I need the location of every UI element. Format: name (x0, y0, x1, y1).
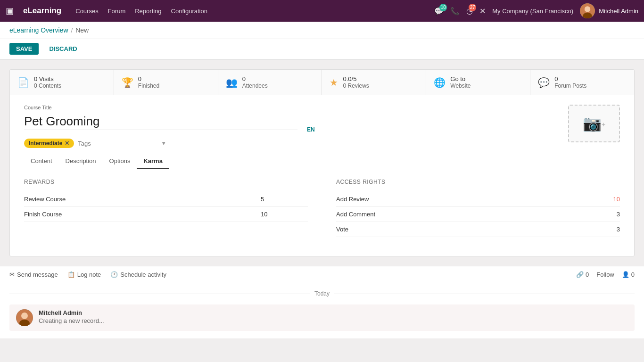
nav-configuration[interactable]: Configuration (171, 8, 207, 15)
add-review-field: Add Review 10 (336, 192, 620, 207)
brand-name[interactable]: eLearning (23, 6, 61, 16)
tags-dropdown-icon[interactable]: ▼ (161, 140, 166, 147)
tabs-bar: Content Description Options Karma (24, 154, 620, 169)
record-card: 📄 0 Visits 0 Contents 🏆 0 Finished 👥 0 A… (9, 69, 635, 256)
add-review-label: Add Review (336, 196, 369, 203)
messages-badge: 10 (439, 4, 447, 11)
nav-reporting[interactable]: Reporting (135, 8, 161, 15)
tags-input[interactable] (78, 140, 157, 147)
timeline: Today Mitchell Admin Creating a new reco… (0, 283, 644, 338)
form-area: Course Title EN Intermediate ✕ ▼ (10, 95, 634, 256)
tags-row: Intermediate ✕ ▼ (24, 139, 315, 148)
rewards-section: Rewards Review Course Finish Course (24, 179, 308, 237)
nav-courses[interactable]: Courses (75, 8, 98, 15)
review-course-field: Review Course (24, 192, 308, 207)
finish-course-input[interactable] (261, 211, 308, 218)
attendees-label: Attendees (242, 82, 268, 89)
save-button[interactable]: SAVE (9, 43, 39, 55)
followers-icon: 👤 (622, 271, 629, 278)
chatter-right: 🔗 0 Follow 👤 0 (576, 271, 635, 278)
send-message-button[interactable]: ✉ Send message (9, 271, 58, 278)
title-row: Course Title EN Intermediate ✕ ▼ (24, 105, 620, 154)
stat-forum[interactable]: 💬 0 Forum Posts (530, 70, 634, 95)
followers-count[interactable]: 👤 0 (622, 271, 635, 278)
course-title-input[interactable] (24, 113, 297, 130)
review-course-input[interactable] (261, 196, 308, 203)
course-title-label: Course Title (24, 105, 315, 110)
lang-badge[interactable]: EN (307, 126, 315, 133)
navbar-links: Courses Forum Reporting Configuration (75, 8, 425, 15)
star-icon: ★ (330, 77, 338, 88)
contents-value: 0 Contents (34, 82, 61, 89)
activity-badge: 27 (469, 4, 476, 11)
timeline-message: Creating a new record... (39, 317, 104, 324)
log-note-icon: 📋 (67, 271, 75, 278)
svg-point-1 (585, 6, 590, 12)
vote-label: Vote (336, 226, 348, 233)
stat-website[interactable]: 🌐 Go to Website (426, 70, 530, 95)
tag-remove-button[interactable]: ✕ (65, 140, 69, 147)
finished-count: 0 (138, 75, 159, 82)
intermediate-tag: Intermediate ✕ (24, 139, 74, 148)
stats-bar: 📄 0 Visits 0 Contents 🏆 0 Finished 👥 0 A… (10, 70, 634, 95)
stat-visits[interactable]: 📄 0 Visits 0 Contents (10, 70, 114, 95)
tab-content[interactable]: Content (24, 154, 59, 169)
add-comment-label: Add Comment (336, 211, 375, 218)
camera-icon: 📷+ (583, 115, 605, 132)
access-heading: Access Rights (336, 179, 620, 185)
finish-course-field: Finish Course (24, 207, 308, 222)
activity-icon[interactable]: ◔ 27 (466, 7, 473, 16)
navbar: ▣ eLearning Courses Forum Reporting Conf… (0, 0, 644, 22)
breadcrumb-current: New (75, 26, 89, 34)
user-info[interactable]: Mitchell Admin (580, 3, 638, 18)
tab-description[interactable]: Description (59, 154, 103, 169)
add-comment-value: 3 (617, 211, 620, 218)
review-course-label: Review Course (24, 196, 66, 203)
company-name: My Company (San Francisco) (492, 8, 573, 15)
timeline-author: Mitchell Admin (39, 309, 82, 316)
forum-count: 0 (554, 75, 586, 82)
discard-button[interactable]: DISCARD (42, 43, 83, 55)
visits-value: 0 Visits (34, 75, 61, 82)
likes-count[interactable]: 🔗 0 (576, 271, 589, 278)
tab-karma[interactable]: Karma (137, 154, 169, 169)
trophy-icon: 🏆 (122, 77, 133, 88)
vote-value: 3 (617, 226, 620, 233)
visits-icon: 📄 (17, 77, 29, 88)
tag-label: Intermediate (29, 140, 62, 147)
attendees-count: 0 (242, 75, 268, 82)
timeline-today: Today (9, 290, 635, 297)
photo-upload[interactable]: 📷+ (568, 105, 620, 142)
reviews-sub: 0 Reviews (343, 82, 369, 89)
stat-reviews[interactable]: ★ 0.0/5 0 Reviews (322, 70, 426, 95)
breadcrumb: eLearning Overview / New (0, 22, 644, 39)
finished-label: Finished (138, 82, 159, 89)
svg-point-4 (21, 313, 28, 319)
settings-icon[interactable]: ✕ (479, 7, 486, 16)
go-website: Go to (450, 75, 471, 82)
clock-icon: 🕐 (110, 271, 118, 278)
send-message-icon: ✉ (9, 271, 15, 278)
title-section: Course Title EN Intermediate ✕ ▼ (24, 105, 315, 154)
schedule-activity-button[interactable]: 🕐 Schedule activity (110, 271, 166, 278)
main-area: 📄 0 Visits 0 Contents 🏆 0 Finished 👥 0 A… (0, 60, 644, 266)
breadcrumb-parent[interactable]: eLearning Overview (9, 26, 68, 34)
tab-options[interactable]: Options (103, 154, 137, 169)
stat-finished[interactable]: 🏆 0 Finished (114, 70, 218, 95)
timeline-avatar (16, 309, 33, 326)
attendees-icon: 👥 (226, 77, 238, 88)
rewards-heading: Rewards (24, 179, 308, 185)
follow-button[interactable]: Follow (596, 271, 614, 278)
like-icon: 🔗 (576, 271, 584, 278)
nav-forum[interactable]: Forum (108, 8, 126, 15)
navbar-right: 💬 10 📞 ◔ 27 ✕ My Company (San Francisco)… (434, 3, 638, 18)
stat-attendees[interactable]: 👥 0 Attendees (218, 70, 322, 95)
reviews-value: 0.0/5 (343, 75, 369, 82)
access-rights-section: Access Rights Add Review 10 Add Comment … (336, 179, 620, 237)
go-website-sub: Website (450, 82, 471, 89)
messages-icon[interactable]: 💬 10 (434, 7, 444, 16)
phone-icon[interactable]: 📞 (450, 7, 460, 16)
app-grid-icon[interactable]: ▣ (6, 6, 14, 16)
log-note-button[interactable]: 📋 Log note (67, 271, 101, 278)
add-comment-field: Add Comment 3 (336, 207, 620, 222)
